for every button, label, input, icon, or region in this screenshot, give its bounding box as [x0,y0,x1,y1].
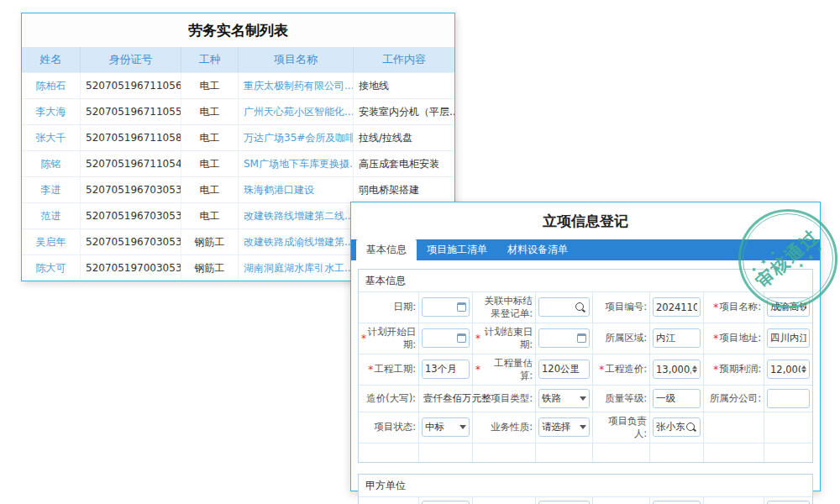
project-name-link[interactable]: 重庆太极制药有限公司... [239,73,354,98]
field-label: 所属分公司: [710,392,761,405]
caret-down-icon[interactable] [580,396,586,401]
input-value: 铁路 [542,392,561,405]
text-input[interactable] [767,501,810,504]
select-input[interactable]: 铁路 [538,389,590,408]
required-marker: * [713,364,718,375]
form-content: 基本信息日期:关联中标结果登记单:项目编号:2024110017*项目名称:成渝… [351,260,820,504]
caret-down-icon[interactable] [580,425,586,429]
field-label: 业务性质: [491,421,533,433]
field-label: 质量等级: [605,392,647,405]
worker-name-link[interactable]: 吴启年 [22,229,81,255]
id-number: 520705196703053... [81,229,181,255]
tab-material-equipment-list[interactable]: 材料设备清单 [497,239,578,260]
field-label-cell: *甲方单位: [359,497,419,504]
text-input[interactable] [767,389,810,408]
text-input[interactable]: 内江 [653,328,701,348]
text-input[interactable]: 成渝高铁内江 [767,297,810,317]
select-input[interactable]: 中标 [422,417,470,437]
text-input[interactable]: 15203840584 [653,501,701,504]
column-header: 工种 [181,47,239,72]
text-input[interactable]: 2024110017 [653,297,701,317]
project-name-link[interactable]: SM广场地下车库更换摄... [239,151,354,176]
worker-name-link[interactable]: 张大千 [22,125,81,150]
column-header: 姓名 [22,47,81,72]
worker-name-link[interactable]: 陈铭 [22,151,81,176]
project-name-link[interactable]: 改建铁路线增建第二线... [239,203,354,228]
field-label-cell: *项目地址: [704,323,764,354]
field-value-cell [419,292,473,323]
form-title: 立项信息登记 [351,212,820,232]
spinner-icon[interactable] [692,365,697,373]
worker-name-link[interactable]: 李大海 [22,99,81,124]
field-label-cell: 业务性质: [473,412,536,443]
field-label-cell: 项目编号: [593,292,650,323]
table-row: 张大千520705196711058...电工万达广场35#会所及咖啡...拉线… [22,124,454,150]
worker-name-link[interactable]: 陈大可 [22,255,81,281]
search-icon[interactable] [575,302,584,311]
input-value: 12,000,000 [770,364,801,375]
required-marker: * [713,302,718,313]
select-input[interactable]: 请选择 [538,417,590,437]
date-input[interactable] [538,328,590,348]
field-label-cell [704,444,764,462]
id-number: 520705197003053... [81,255,181,281]
worker-name-link[interactable]: 李进 [22,177,81,202]
date-input[interactable] [422,328,470,348]
field-label-cell [359,444,419,462]
input-value: 13,000,000 [656,364,691,375]
input-value: 120公里 [542,363,580,375]
field-value-cell: 刘晨 [536,497,593,504]
tab-basic-info[interactable]: 基本信息 [356,239,417,260]
field-label: 项目负责人: [596,415,647,440]
tab-construction-list[interactable]: 项目施工清单 [417,239,497,260]
field-value-cell [536,323,593,354]
search-input[interactable]: 张小东 [653,417,701,437]
column-header: 工作内容 [354,47,454,72]
field-value-cell [419,323,473,354]
field-value-cell: 成渝铁路工 [419,497,473,504]
project-name-link[interactable]: 珠海鹤港口建设 [239,177,354,202]
field-value-cell [536,292,593,323]
text-input[interactable]: 一级 [653,389,701,408]
text-input[interactable]: 120公里 [538,360,590,379]
spinner-icon[interactable] [801,365,806,373]
field-value-cell: 铁路 [536,386,593,412]
caret-down-icon[interactable] [459,425,466,429]
field-label: 项目编号: [605,301,647,313]
work-type: 电工 [181,203,239,228]
column-header: 项目名称 [239,47,354,72]
worker-name-link[interactable]: 陈柏石 [22,73,81,98]
calendar-icon[interactable] [577,333,586,343]
text-input[interactable]: 13个月 [422,360,470,379]
calendar-icon[interactable] [457,333,466,343]
field-label-cell: *工程工期: [359,354,419,385]
search-icon[interactable] [686,423,695,431]
search-input[interactable] [538,297,590,317]
worker-name-link[interactable]: 范进 [22,203,81,228]
field-label: 工程量估算: [481,357,533,382]
project-name-link[interactable]: 湖南洞庭湖水库引水工... [239,255,354,281]
field-value-cell [764,386,812,412]
id-number: 520705196711054... [81,151,181,176]
required-marker: * [599,364,604,375]
field-label: 所属区域: [605,332,647,344]
work-content: 弱电桥架搭建 [354,177,454,202]
work-type: 电工 [181,177,239,202]
project-name-link[interactable]: 广州天心苑小区智能化... [239,99,354,124]
date-input[interactable] [422,297,470,317]
form-row: *甲方单位:成渝铁路工联系人:刘晨联系方式:15203840584联系地址: [359,496,812,504]
text-input[interactable]: 刘晨 [538,501,590,504]
field-label-cell: *项目名称: [704,292,764,323]
field-label: 预期利润: [719,363,761,375]
calendar-icon[interactable] [457,302,466,312]
field-label-cell: 所属分公司: [704,386,764,412]
project-name-link[interactable]: 改建铁路成渝线增建第... [239,229,354,255]
project-name-link[interactable]: 万达广场35#会所及咖啡... [239,125,354,150]
id-number: 520705196703053... [81,177,181,202]
number-input[interactable]: 12,000,000 [767,360,810,379]
field-value-cell: 壹仟叁佰万元整 [419,386,473,412]
work-type: 钢筋工 [181,255,239,281]
number-input[interactable]: 13,000,000 [653,360,701,379]
text-input[interactable]: 四川内江市 [767,328,810,348]
search-input[interactable]: 成渝铁路工 [422,501,470,504]
